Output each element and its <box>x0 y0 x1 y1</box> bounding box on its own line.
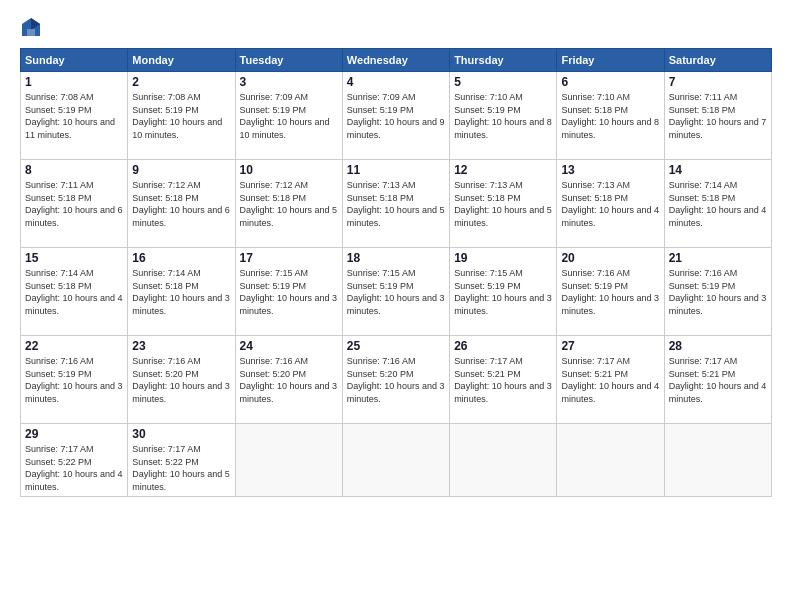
day-number: 11 <box>347 163 445 177</box>
calendar-page: SundayMondayTuesdayWednesdayThursdayFrid… <box>0 0 792 612</box>
day-number: 12 <box>454 163 552 177</box>
day-number: 25 <box>347 339 445 353</box>
day-number: 5 <box>454 75 552 89</box>
week-row-2: 8 Sunrise: 7:11 AMSunset: 5:18 PMDayligh… <box>21 160 772 248</box>
svg-rect-2 <box>27 29 35 36</box>
col-header-tuesday: Tuesday <box>235 49 342 72</box>
day-cell: 10 Sunrise: 7:12 AMSunset: 5:18 PMDaylig… <box>235 160 342 248</box>
day-number: 26 <box>454 339 552 353</box>
day-number: 27 <box>561 339 659 353</box>
day-cell <box>557 424 664 497</box>
day-number: 7 <box>669 75 767 89</box>
week-row-5: 29 Sunrise: 7:17 AMSunset: 5:22 PMDaylig… <box>21 424 772 497</box>
day-detail: Sunrise: 7:09 AMSunset: 5:19 PMDaylight:… <box>240 91 338 141</box>
day-detail: Sunrise: 7:14 AMSunset: 5:18 PMDaylight:… <box>25 267 123 317</box>
day-detail: Sunrise: 7:12 AMSunset: 5:18 PMDaylight:… <box>132 179 230 229</box>
day-detail: Sunrise: 7:11 AMSunset: 5:18 PMDaylight:… <box>669 91 767 141</box>
day-cell: 14 Sunrise: 7:14 AMSunset: 5:18 PMDaylig… <box>664 160 771 248</box>
calendar-table: SundayMondayTuesdayWednesdayThursdayFrid… <box>20 48 772 497</box>
day-cell: 13 Sunrise: 7:13 AMSunset: 5:18 PMDaylig… <box>557 160 664 248</box>
day-detail: Sunrise: 7:16 AMSunset: 5:20 PMDaylight:… <box>347 355 445 405</box>
logo-icon <box>20 16 42 38</box>
day-cell: 21 Sunrise: 7:16 AMSunset: 5:19 PMDaylig… <box>664 248 771 336</box>
day-cell: 18 Sunrise: 7:15 AMSunset: 5:19 PMDaylig… <box>342 248 449 336</box>
day-cell: 15 Sunrise: 7:14 AMSunset: 5:18 PMDaylig… <box>21 248 128 336</box>
col-header-thursday: Thursday <box>450 49 557 72</box>
day-cell: 20 Sunrise: 7:16 AMSunset: 5:19 PMDaylig… <box>557 248 664 336</box>
day-number: 20 <box>561 251 659 265</box>
day-number: 17 <box>240 251 338 265</box>
col-header-monday: Monday <box>128 49 235 72</box>
day-cell: 2 Sunrise: 7:08 AMSunset: 5:19 PMDayligh… <box>128 72 235 160</box>
day-detail: Sunrise: 7:11 AMSunset: 5:18 PMDaylight:… <box>25 179 123 229</box>
day-number: 24 <box>240 339 338 353</box>
logo <box>20 16 45 38</box>
day-detail: Sunrise: 7:15 AMSunset: 5:19 PMDaylight:… <box>347 267 445 317</box>
day-number: 13 <box>561 163 659 177</box>
day-cell: 4 Sunrise: 7:09 AMSunset: 5:19 PMDayligh… <box>342 72 449 160</box>
day-number: 28 <box>669 339 767 353</box>
header-row: SundayMondayTuesdayWednesdayThursdayFrid… <box>21 49 772 72</box>
week-row-1: 1 Sunrise: 7:08 AMSunset: 5:19 PMDayligh… <box>21 72 772 160</box>
day-detail: Sunrise: 7:16 AMSunset: 5:19 PMDaylight:… <box>669 267 767 317</box>
day-number: 1 <box>25 75 123 89</box>
day-cell: 29 Sunrise: 7:17 AMSunset: 5:22 PMDaylig… <box>21 424 128 497</box>
day-number: 10 <box>240 163 338 177</box>
day-cell: 6 Sunrise: 7:10 AMSunset: 5:18 PMDayligh… <box>557 72 664 160</box>
day-number: 19 <box>454 251 552 265</box>
day-number: 22 <box>25 339 123 353</box>
header <box>20 16 772 38</box>
day-detail: Sunrise: 7:14 AMSunset: 5:18 PMDaylight:… <box>669 179 767 229</box>
day-detail: Sunrise: 7:16 AMSunset: 5:19 PMDaylight:… <box>561 267 659 317</box>
day-detail: Sunrise: 7:14 AMSunset: 5:18 PMDaylight:… <box>132 267 230 317</box>
day-number: 16 <box>132 251 230 265</box>
day-cell: 27 Sunrise: 7:17 AMSunset: 5:21 PMDaylig… <box>557 336 664 424</box>
day-cell: 12 Sunrise: 7:13 AMSunset: 5:18 PMDaylig… <box>450 160 557 248</box>
day-cell <box>342 424 449 497</box>
col-header-sunday: Sunday <box>21 49 128 72</box>
week-row-3: 15 Sunrise: 7:14 AMSunset: 5:18 PMDaylig… <box>21 248 772 336</box>
day-detail: Sunrise: 7:10 AMSunset: 5:18 PMDaylight:… <box>561 91 659 141</box>
day-cell <box>664 424 771 497</box>
day-number: 21 <box>669 251 767 265</box>
day-detail: Sunrise: 7:15 AMSunset: 5:19 PMDaylight:… <box>454 267 552 317</box>
day-detail: Sunrise: 7:17 AMSunset: 5:22 PMDaylight:… <box>132 443 230 493</box>
day-number: 18 <box>347 251 445 265</box>
col-header-friday: Friday <box>557 49 664 72</box>
day-cell: 7 Sunrise: 7:11 AMSunset: 5:18 PMDayligh… <box>664 72 771 160</box>
day-detail: Sunrise: 7:16 AMSunset: 5:19 PMDaylight:… <box>25 355 123 405</box>
day-cell: 1 Sunrise: 7:08 AMSunset: 5:19 PMDayligh… <box>21 72 128 160</box>
day-detail: Sunrise: 7:08 AMSunset: 5:19 PMDaylight:… <box>132 91 230 141</box>
day-cell: 9 Sunrise: 7:12 AMSunset: 5:18 PMDayligh… <box>128 160 235 248</box>
week-row-4: 22 Sunrise: 7:16 AMSunset: 5:19 PMDaylig… <box>21 336 772 424</box>
day-number: 4 <box>347 75 445 89</box>
day-cell: 3 Sunrise: 7:09 AMSunset: 5:19 PMDayligh… <box>235 72 342 160</box>
day-detail: Sunrise: 7:17 AMSunset: 5:21 PMDaylight:… <box>454 355 552 405</box>
day-detail: Sunrise: 7:13 AMSunset: 5:18 PMDaylight:… <box>561 179 659 229</box>
day-cell <box>450 424 557 497</box>
day-cell: 26 Sunrise: 7:17 AMSunset: 5:21 PMDaylig… <box>450 336 557 424</box>
day-cell: 17 Sunrise: 7:15 AMSunset: 5:19 PMDaylig… <box>235 248 342 336</box>
day-cell: 19 Sunrise: 7:15 AMSunset: 5:19 PMDaylig… <box>450 248 557 336</box>
day-number: 29 <box>25 427 123 441</box>
day-cell: 22 Sunrise: 7:16 AMSunset: 5:19 PMDaylig… <box>21 336 128 424</box>
day-detail: Sunrise: 7:12 AMSunset: 5:18 PMDaylight:… <box>240 179 338 229</box>
day-cell <box>235 424 342 497</box>
day-cell: 8 Sunrise: 7:11 AMSunset: 5:18 PMDayligh… <box>21 160 128 248</box>
col-header-saturday: Saturday <box>664 49 771 72</box>
day-cell: 5 Sunrise: 7:10 AMSunset: 5:19 PMDayligh… <box>450 72 557 160</box>
day-cell: 28 Sunrise: 7:17 AMSunset: 5:21 PMDaylig… <box>664 336 771 424</box>
day-cell: 30 Sunrise: 7:17 AMSunset: 5:22 PMDaylig… <box>128 424 235 497</box>
day-number: 3 <box>240 75 338 89</box>
day-number: 6 <box>561 75 659 89</box>
col-header-wednesday: Wednesday <box>342 49 449 72</box>
day-cell: 23 Sunrise: 7:16 AMSunset: 5:20 PMDaylig… <box>128 336 235 424</box>
day-number: 23 <box>132 339 230 353</box>
day-number: 30 <box>132 427 230 441</box>
day-detail: Sunrise: 7:13 AMSunset: 5:18 PMDaylight:… <box>347 179 445 229</box>
day-cell: 16 Sunrise: 7:14 AMSunset: 5:18 PMDaylig… <box>128 248 235 336</box>
day-number: 2 <box>132 75 230 89</box>
day-cell: 11 Sunrise: 7:13 AMSunset: 5:18 PMDaylig… <box>342 160 449 248</box>
day-cell: 25 Sunrise: 7:16 AMSunset: 5:20 PMDaylig… <box>342 336 449 424</box>
day-detail: Sunrise: 7:10 AMSunset: 5:19 PMDaylight:… <box>454 91 552 141</box>
